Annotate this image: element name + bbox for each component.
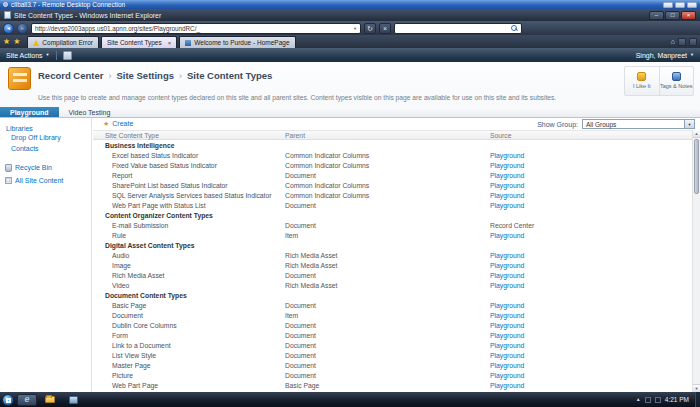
scrollbar-thumb[interactable] (694, 139, 699, 194)
pin-icon[interactable] (3, 2, 8, 7)
browse-page-icon[interactable] (63, 51, 72, 60)
content-type-name-link[interactable]: Excel based Status Indicator (105, 152, 285, 159)
taskbar-clock[interactable]: 4:21 PM (665, 396, 689, 403)
content-type-name-link[interactable]: SQL Server Analysis Services based Statu… (105, 192, 285, 199)
source-cell[interactable]: Playground (490, 272, 692, 279)
content-type-name-link[interactable]: Rule (105, 232, 285, 239)
content-type-name-link[interactable]: Video (105, 282, 285, 289)
content-type-name-link[interactable]: Fixed Value based Status Indicator (105, 162, 285, 169)
rdp-restore-button[interactable] (675, 2, 685, 8)
source-cell[interactable]: Playground (490, 332, 692, 339)
content-type-name-link[interactable]: SharePoint List based Status Indicator (105, 182, 285, 189)
content-type-name-link[interactable]: Document (105, 312, 285, 319)
sidebar-item-drop-off-library[interactable]: Drop Off Library (0, 132, 91, 143)
search-input[interactable] (394, 23, 522, 34)
taskbar-app-button[interactable] (63, 394, 83, 406)
page-menu-icon[interactable] (678, 38, 686, 46)
add-favorite-icon[interactable]: ★ (13, 38, 20, 46)
source-cell[interactable]: Playground (490, 202, 692, 209)
breadcrumb-section-link[interactable]: Site Settings (116, 70, 174, 81)
user-menu[interactable]: Singh, Manpreet ▼ (636, 52, 694, 59)
content-type-row: PictureDocumentPlayground (93, 370, 692, 380)
show-desktop-button[interactable] (695, 392, 700, 407)
breadcrumb-site-link[interactable]: Record Center (38, 70, 103, 81)
sidebar-item-all-site-content[interactable]: All Site Content (0, 174, 91, 186)
source-cell[interactable]: Playground (490, 282, 692, 289)
browser-tab-purdue-homepage[interactable]: Welcome to Purdue - HomePage (179, 36, 295, 48)
source-cell[interactable]: Playground (490, 302, 692, 309)
source-cell[interactable]: Playground (490, 342, 692, 349)
content-type-row: SQL Server Analysis Services based Statu… (93, 190, 692, 200)
source-cell[interactable]: Playground (490, 152, 692, 159)
show-group-select[interactable]: All Groups ▼ (582, 119, 695, 129)
content-type-name-link[interactable]: Audio (105, 252, 285, 259)
content-type-name-link[interactable]: Picture (105, 372, 285, 379)
column-header-site-content-type: Site Content Type (105, 132, 285, 139)
site-actions-menu[interactable]: Site Actions ▼ (6, 52, 50, 59)
address-dropdown-icon[interactable]: ▼ (353, 26, 357, 31)
tags-and-notes-button[interactable]: Tags & Notes (660, 67, 694, 95)
browser-tab-compilation-error[interactable]: Compilation Error (27, 36, 99, 48)
address-bar-input[interactable]: http://devsp2003apps.us01.apnn.org/sites… (31, 23, 361, 34)
source-cell[interactable]: Playground (490, 262, 692, 269)
content-type-name-link[interactable]: Image (105, 262, 285, 269)
tray-show-hidden-icons[interactable]: ▲ (636, 397, 641, 402)
content-type-name-link[interactable]: Web Part Page (105, 382, 285, 389)
volume-icon[interactable] (655, 397, 661, 403)
home-icon[interactable]: ⌂ (671, 38, 675, 45)
content-type-name-link[interactable]: Rich Media Asset (105, 272, 285, 279)
stop-button[interactable]: × (379, 23, 391, 34)
favorites-star-icon[interactable]: ★ (3, 38, 10, 46)
back-button[interactable]: ◄ (3, 23, 14, 34)
content-type-name-link[interactable]: Master Page (105, 362, 285, 369)
create-button[interactable]: ★ Create (103, 120, 133, 127)
i-like-it-button[interactable]: I Like It (625, 67, 659, 95)
rdp-minimize-button[interactable] (663, 2, 673, 8)
scroll-up-icon[interactable]: ▲ (693, 130, 700, 138)
source-cell[interactable]: Playground (490, 372, 692, 379)
source-cell[interactable]: Playground (490, 192, 692, 199)
forward-button[interactable]: ► (17, 23, 28, 34)
refresh-button[interactable]: ↻ (364, 23, 376, 34)
content-type-name-link[interactable]: Form (105, 332, 285, 339)
source-cell[interactable]: Playground (490, 252, 692, 259)
rdp-close-button[interactable] (687, 2, 697, 8)
start-button[interactable] (2, 394, 14, 406)
content-type-row: ImageRich Media AssetPlayground (93, 260, 692, 270)
source-cell[interactable]: Playground (490, 352, 692, 359)
content-type-row: ReportDocumentPlayground (93, 170, 692, 180)
select-dropdown-icon[interactable]: ▼ (684, 120, 694, 128)
content-type-name-link[interactable]: Dublin Core Columns (105, 322, 285, 329)
scroll-down-icon[interactable]: ▼ (693, 384, 700, 392)
vertical-scrollbar[interactable]: ▲ ▼ (692, 130, 700, 392)
browser-command-icons: ⌂ (671, 35, 697, 48)
source-cell[interactable]: Playground (490, 232, 692, 239)
content-type-name-link[interactable]: Web Part Page with Status List (105, 202, 285, 209)
close-button[interactable]: × (681, 11, 696, 20)
taskbar-explorer-button[interactable] (40, 394, 60, 406)
content-type-name-link[interactable]: Report (105, 172, 285, 179)
content-type-name-link[interactable]: Basic Page (105, 302, 285, 309)
maximize-button[interactable]: □ (665, 11, 680, 20)
source-cell[interactable]: Playground (490, 312, 692, 319)
source-cell[interactable]: Playground (490, 362, 692, 369)
network-icon[interactable] (645, 397, 651, 403)
content-type-name-link[interactable]: E-mail Submission (105, 222, 285, 229)
sidebar-item-contacts[interactable]: Contacts (0, 143, 91, 154)
sidebar-item-recycle-bin[interactable]: Recycle Bin (0, 161, 91, 174)
source-cell[interactable]: Playground (490, 322, 692, 329)
tools-menu-icon[interactable] (689, 38, 697, 46)
search-icon[interactable] (510, 24, 518, 32)
taskbar-internet-explorer-button[interactable]: e (17, 394, 37, 406)
source-cell[interactable]: Playground (490, 182, 692, 189)
tab-playground[interactable]: Playground (0, 107, 59, 117)
content-type-name-link[interactable]: List View Style (105, 352, 285, 359)
source-cell[interactable]: Playground (490, 172, 692, 179)
content-type-name-link[interactable]: Link to a Document (105, 342, 285, 349)
tab-video-testing[interactable]: Video Testing (59, 107, 121, 117)
browser-tab-site-content-types[interactable]: Site Content Types × (101, 36, 177, 48)
source-cell[interactable]: Playground (490, 382, 692, 389)
tab-close-icon[interactable]: × (168, 40, 172, 46)
minimize-button[interactable]: – (649, 11, 664, 20)
source-cell[interactable]: Playground (490, 162, 692, 169)
